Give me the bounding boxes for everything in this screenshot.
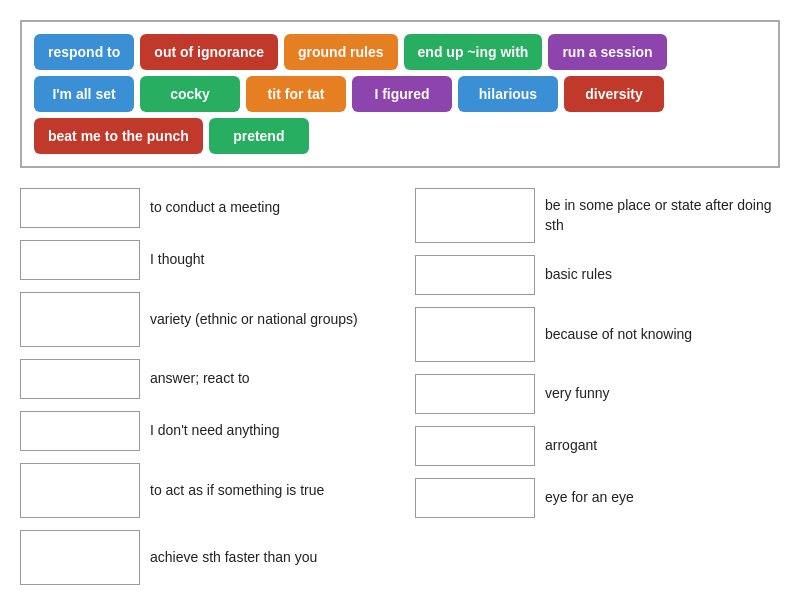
match-row: be in some place or state after doing st… bbox=[415, 188, 780, 243]
vocab-tile[interactable]: end up ~ing with bbox=[404, 34, 543, 70]
definition-text: very funny bbox=[545, 384, 610, 404]
definition-text: because of not knowing bbox=[545, 325, 692, 345]
answer-box[interactable] bbox=[415, 188, 535, 243]
match-row: variety (ethnic or national groups) bbox=[20, 292, 385, 347]
vocab-tile[interactable]: tit for tat bbox=[246, 76, 346, 112]
definition-text: eye for an eye bbox=[545, 488, 634, 508]
answer-box[interactable] bbox=[20, 359, 140, 399]
vocab-tile[interactable]: pretend bbox=[209, 118, 309, 154]
vocab-tile[interactable]: diversity bbox=[564, 76, 664, 112]
match-row: achieve sth faster than you bbox=[20, 530, 385, 585]
definition-text: basic rules bbox=[545, 265, 612, 285]
vocab-tile[interactable]: run a session bbox=[548, 34, 666, 70]
vocab-tile[interactable]: out of ignorance bbox=[140, 34, 278, 70]
answer-box[interactable] bbox=[20, 463, 140, 518]
answer-box[interactable] bbox=[415, 426, 535, 466]
left-column: to conduct a meetingI thoughtvariety (et… bbox=[20, 188, 385, 585]
match-row: arrogant bbox=[415, 426, 780, 466]
match-row: answer; react to bbox=[20, 359, 385, 399]
vocab-tile[interactable]: beat me to the punch bbox=[34, 118, 203, 154]
match-row: I don't need anything bbox=[20, 411, 385, 451]
vocab-tile[interactable]: I figured bbox=[352, 76, 452, 112]
match-row: to conduct a meeting bbox=[20, 188, 385, 228]
vocab-tile[interactable]: I'm all set bbox=[34, 76, 134, 112]
matching-section: to conduct a meetingI thoughtvariety (et… bbox=[20, 188, 780, 585]
definition-text: to act as if something is true bbox=[150, 481, 324, 501]
answer-box[interactable] bbox=[20, 188, 140, 228]
definition-text: arrogant bbox=[545, 436, 597, 456]
definition-text: I thought bbox=[150, 250, 205, 270]
answer-box[interactable] bbox=[415, 307, 535, 362]
right-column: be in some place or state after doing st… bbox=[415, 188, 780, 585]
match-row: basic rules bbox=[415, 255, 780, 295]
definition-text: answer; react to bbox=[150, 369, 250, 389]
definition-text: be in some place or state after doing st… bbox=[545, 196, 780, 235]
answer-box[interactable] bbox=[20, 411, 140, 451]
answer-box[interactable] bbox=[20, 292, 140, 347]
definition-text: I don't need anything bbox=[150, 421, 280, 441]
vocab-tile[interactable]: respond to bbox=[34, 34, 134, 70]
vocab-tile[interactable]: hilarious bbox=[458, 76, 558, 112]
match-row: to act as if something is true bbox=[20, 463, 385, 518]
definition-text: achieve sth faster than you bbox=[150, 548, 317, 568]
match-row: because of not knowing bbox=[415, 307, 780, 362]
answer-box[interactable] bbox=[20, 240, 140, 280]
match-row: eye for an eye bbox=[415, 478, 780, 518]
vocab-tiles-container: respond toout of ignoranceground rulesen… bbox=[20, 20, 780, 168]
answer-box[interactable] bbox=[20, 530, 140, 585]
definition-text: variety (ethnic or national groups) bbox=[150, 310, 358, 330]
match-row: very funny bbox=[415, 374, 780, 414]
vocab-tile[interactable]: ground rules bbox=[284, 34, 398, 70]
answer-box[interactable] bbox=[415, 478, 535, 518]
vocab-tile[interactable]: cocky bbox=[140, 76, 240, 112]
definition-text: to conduct a meeting bbox=[150, 198, 280, 218]
answer-box[interactable] bbox=[415, 374, 535, 414]
match-row: I thought bbox=[20, 240, 385, 280]
answer-box[interactable] bbox=[415, 255, 535, 295]
